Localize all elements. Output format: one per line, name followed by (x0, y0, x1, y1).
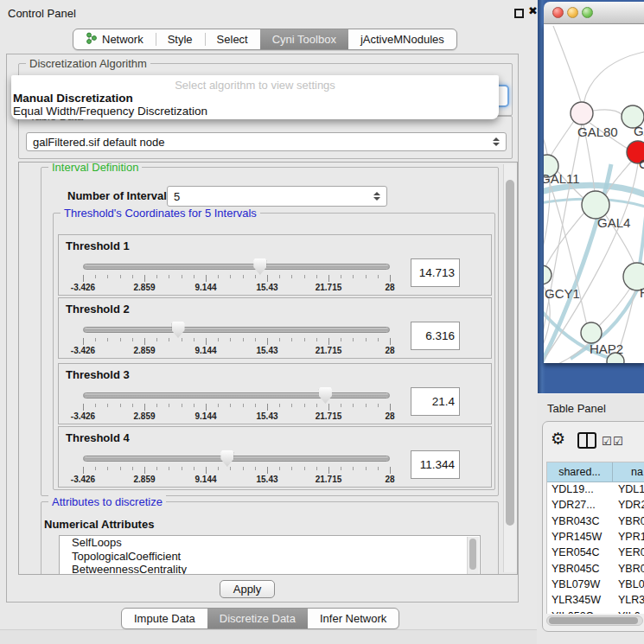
network-edge[interactable] (550, 121, 574, 157)
name-cell[interactable]: YER0 (613, 546, 644, 558)
columns-icon[interactable] (577, 432, 596, 449)
mac-close-button[interactable] (552, 7, 564, 18)
shared-name-cell[interactable]: YER054C (547, 546, 613, 558)
network-node-label: C (639, 156, 644, 171)
table-panel-area: Table Panel ⚙ ☑ ☑ shared... na YDL19...Y… (538, 393, 644, 644)
tab-style-label: Style (168, 33, 193, 46)
checkbox-icon[interactable]: ☑ (602, 435, 612, 448)
shared-name-cell[interactable]: YLR345W (547, 594, 613, 606)
shared-name-cell[interactable]: YPR145W (547, 531, 613, 543)
settings-vertical-scrollbar[interactable] (503, 164, 517, 572)
table-row[interactable]: YER054CYER0 (547, 545, 644, 560)
mac-zoom-button[interactable] (582, 7, 593, 18)
network-edge[interactable] (553, 26, 581, 102)
threshold-slider-track[interactable] (83, 327, 390, 333)
shared-name-cell[interactable]: YIL052C (547, 610, 613, 614)
attribute-items: SelfLoopsTopologicalCoefficientBetweenne… (60, 536, 480, 575)
apply-button[interactable]: Apply (220, 580, 275, 598)
table-data-combobox[interactable]: galFiltered.sif default node (26, 132, 507, 151)
attribute-item[interactable]: TopologicalCoefficient (60, 550, 480, 564)
table-row[interactable]: YPR145WYPR1 (547, 529, 644, 545)
close-icon[interactable]: ✖ (528, 4, 538, 17)
threshold-panel: Threshold 2 -3.4262.8599.14415.4321.7152… (58, 297, 492, 359)
threshold-slider-thumb[interactable] (253, 258, 266, 275)
threshold-value-input[interactable] (411, 258, 460, 287)
slider-tick-label: -3.426 (57, 411, 109, 421)
popup-option-equal-width-frequency[interactable]: Equal Width/Frequency Discretization (13, 105, 207, 118)
network-node[interactable] (581, 322, 602, 343)
threshold-slider-track[interactable] (83, 456, 390, 462)
network-edge[interactable] (544, 130, 550, 259)
interval-definition-group: Interval Definition Number of Intervals … (41, 167, 499, 496)
tab-jactivemnodules[interactable]: jActiveMNodules (348, 29, 456, 49)
threshold-slider-thumb[interactable] (172, 322, 185, 338)
tab-select[interactable]: Select (205, 29, 260, 49)
node-table-rows: YDL19...YDL1YDR27...YDR2YBR043CYBR0YPR14… (547, 481, 644, 614)
network-edge-highlighted[interactable] (640, 207, 644, 265)
shared-name-cell[interactable]: YBL079W (547, 578, 613, 590)
table-row[interactable]: YBR045CYBR0 (547, 560, 644, 576)
name-cell[interactable]: YPR1 (613, 531, 644, 543)
attribute-item[interactable]: SelfLoops (60, 536, 480, 550)
numerical-attributes-list[interactable]: SelfLoopsTopologicalCoefficientBetweenne… (59, 535, 481, 575)
attribute-item[interactable]: BetweennessCentrality (60, 563, 480, 575)
threshold-value-input[interactable] (411, 322, 460, 350)
network-node[interactable] (544, 265, 552, 284)
shared-name-cell[interactable]: YBR045C (547, 563, 613, 575)
threshold-slider-track[interactable] (83, 392, 390, 399)
threshold-label: Threshold 4 (66, 431, 130, 444)
network-edge[interactable] (545, 213, 584, 268)
tab-impute-data[interactable]: Impute Data (122, 609, 207, 628)
tab-network-label: Network (102, 33, 143, 46)
tab-style[interactable]: Style (156, 29, 205, 49)
number-of-intervals-combobox[interactable]: 5 (167, 186, 387, 207)
combo-spinner-icon (493, 137, 500, 146)
tab-infer-network[interactable]: Infer Network (308, 609, 399, 628)
table-row[interactable]: YIL052CYIL0 (547, 608, 644, 614)
float-window-icon[interactable] (514, 9, 524, 18)
popup-option-manual-discretization[interactable]: Manual Discretization (13, 92, 133, 105)
mac-minimize-button[interactable] (567, 7, 578, 18)
threshold-label: Threshold 2 (66, 303, 130, 316)
network-edge[interactable] (593, 110, 622, 115)
threshold-slider-thumb[interactable] (220, 450, 233, 467)
table-row[interactable]: YLR345WYLR3 (547, 592, 644, 608)
table-row[interactable]: YDR27...YDR2 (547, 497, 644, 513)
attributes-scrollbar[interactable] (467, 537, 479, 575)
table-horizontal-scrollbar[interactable] (546, 615, 643, 626)
name-cell[interactable]: YDL1 (613, 483, 644, 495)
slider-tick-label: 2.859 (118, 411, 170, 421)
threshold-value-input[interactable] (411, 450, 460, 479)
name-cell[interactable]: YBL0 (613, 578, 644, 590)
tab-network[interactable]: Network (73, 29, 156, 49)
column-header-name[interactable]: na (613, 462, 644, 481)
threshold-slider-track[interactable] (83, 264, 390, 270)
bottom-margin (0, 629, 537, 644)
network-canvas[interactable]: GAL80GACGAL11GAL4GCY1HHAP2 (544, 24, 644, 363)
network-edge[interactable] (583, 52, 644, 104)
gear-icon[interactable]: ⚙ (551, 429, 565, 449)
name-cell[interactable]: YDR2 (613, 499, 644, 511)
shared-name-cell[interactable]: YDL19... (547, 483, 613, 495)
table-row[interactable]: YDL19...YDL1 (547, 481, 644, 497)
threshold-value-input[interactable] (411, 387, 460, 416)
tab-cyni-toolbox[interactable]: Cyni Toolbox (260, 29, 348, 49)
slider-tick-label: 9.144 (180, 346, 232, 355)
name-cell[interactable]: YLR3 (613, 594, 644, 606)
shared-name-cell[interactable]: YBR043C (547, 515, 613, 527)
table-row[interactable]: YBR043CYBR0 (547, 513, 644, 529)
slider-tick-label: 15.43 (241, 475, 293, 484)
network-node[interactable] (571, 102, 593, 124)
column-header-shared-name[interactable]: shared... (547, 462, 613, 481)
thresholds-group: Threshold's Coordinates for 5 Intervals … (53, 213, 495, 490)
name-cell[interactable]: YIL0 (613, 610, 644, 614)
checkbox-icon[interactable]: ☑ (613, 435, 623, 448)
name-cell[interactable]: YBR0 (613, 515, 644, 527)
tab-discretize-data[interactable]: Discretize Data (207, 609, 308, 628)
name-cell[interactable]: YBR0 (613, 563, 644, 575)
table-row[interactable]: YBL079WYBL0 (547, 577, 644, 592)
shared-name-cell[interactable]: YDR27... (547, 499, 613, 511)
tab-discretize-data-label: Discretize Data (220, 612, 296, 625)
tab-impute-data-label: Impute Data (134, 612, 195, 625)
threshold-slider-thumb[interactable] (319, 387, 332, 404)
